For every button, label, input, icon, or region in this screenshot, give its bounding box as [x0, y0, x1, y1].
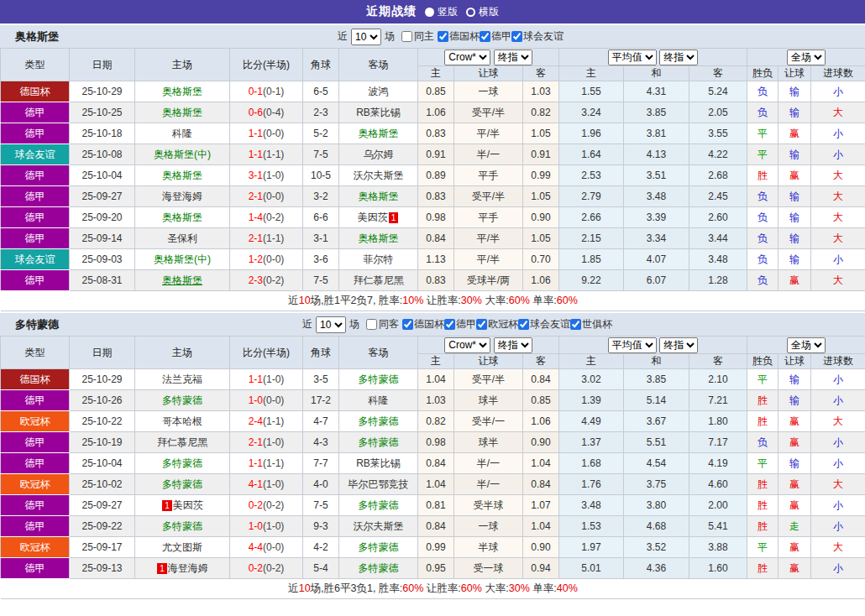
- half-score: (1-0): [263, 170, 284, 181]
- goals-result: 大: [811, 186, 865, 207]
- half-score: (1-1): [263, 232, 284, 244]
- avg-draw: 3.52: [624, 537, 689, 558]
- col-odds-away: 客: [523, 66, 559, 81]
- games-label: 场: [349, 317, 359, 331]
- handicap-line: 一球: [454, 516, 523, 537]
- away-team[interactable]: 奥格斯堡: [359, 232, 399, 244]
- league-filter[interactable]: 球会友谊: [511, 29, 564, 44]
- avg-away: 4.22: [689, 144, 747, 165]
- home-team[interactable]: 多特蒙德: [162, 520, 202, 532]
- away-team-cell: RB莱比锡: [339, 453, 418, 474]
- avg-home: 2.15: [559, 228, 624, 249]
- away-team[interactable]: 奥格斯堡: [359, 128, 399, 139]
- league-filter[interactable]: 欧冠杯: [476, 317, 518, 331]
- odds-away: 1.05: [523, 186, 559, 207]
- col-corner: 角球: [303, 337, 339, 369]
- avg-away: 3.44: [689, 228, 747, 249]
- result: 负: [747, 81, 778, 102]
- match-date: 25-08-31: [70, 270, 135, 291]
- away-team-cell: 乌尔姆: [339, 144, 418, 165]
- table-row: 球会友谊25-09-03奥格斯堡(中)1-2(0-0)3-6菲尔特1.13平/半…: [1, 249, 865, 270]
- league-filter[interactable]: 德国杯: [402, 317, 444, 331]
- odds-provider-select[interactable]: Crow*: [444, 337, 490, 353]
- away-team[interactable]: 多特蒙德: [359, 373, 399, 385]
- home-team[interactable]: 多特蒙德: [162, 394, 202, 406]
- avg-draw: 3.34: [624, 228, 689, 249]
- scope-select[interactable]: 全场: [787, 50, 826, 65]
- full-score: 1-1: [249, 373, 263, 385]
- scope-group-header: 全场: [747, 49, 865, 66]
- away-team[interactable]: 奥格斯堡: [359, 191, 399, 202]
- away-team[interactable]: 多特蒙德: [359, 415, 399, 427]
- layout-option-horizontal[interactable]: 横版: [466, 5, 499, 19]
- league-checkbox[interactable]: [518, 319, 529, 330]
- league-filter[interactable]: 德甲: [444, 317, 476, 331]
- league-checkbox[interactable]: [570, 319, 581, 330]
- league-filter[interactable]: 德国杯: [438, 29, 480, 44]
- home-team: 科隆: [172, 128, 192, 139]
- avg-away: 3.88: [689, 537, 747, 558]
- filter-bar: 近 10 场 同客 德国杯德甲欧冠杯球会友谊世俱杯: [302, 313, 612, 336]
- league-checkbox[interactable]: [480, 31, 490, 42]
- radio-unselected-icon[interactable]: [466, 8, 475, 17]
- league-checkbox[interactable]: [444, 319, 455, 330]
- home-team[interactable]: 奥格斯堡: [162, 86, 202, 97]
- avg-draw: 3.80: [624, 495, 689, 516]
- match-date: 25-10-25: [70, 102, 135, 123]
- odds-provider-select[interactable]: Crow*: [444, 50, 490, 65]
- same-venue-checkbox[interactable]: [366, 319, 377, 330]
- avg-odds-select[interactable]: 平均值: [608, 50, 657, 65]
- league-filter[interactable]: 德甲: [480, 29, 511, 44]
- league-checkbox[interactable]: [402, 319, 413, 330]
- away-team[interactable]: 多特蒙德: [359, 562, 399, 574]
- final-odds-select-2[interactable]: 终指: [659, 337, 698, 353]
- match-date: 25-10-08: [70, 144, 135, 165]
- league-filter[interactable]: 世俱杯: [570, 317, 612, 331]
- odds-home: 0.81: [418, 495, 454, 516]
- handicap-result: 赢: [778, 123, 811, 144]
- radio-selected-icon[interactable]: [425, 8, 434, 17]
- league-filters: 德国杯德甲球会友谊: [438, 29, 564, 44]
- final-odds-select-2[interactable]: 终指: [659, 50, 698, 65]
- match-date: 25-10-29: [70, 81, 135, 102]
- match-date: 25-10-04: [70, 453, 135, 474]
- result: 负: [747, 249, 778, 270]
- avg-odds-select[interactable]: 平均值: [608, 337, 657, 353]
- league-checkbox[interactable]: [511, 31, 522, 42]
- same-venue-checkbox[interactable]: [401, 31, 412, 42]
- final-odds-select[interactable]: 终指: [494, 50, 532, 65]
- match-count-select[interactable]: 10: [351, 29, 381, 45]
- section-dortmund: 多特蒙德 近 10 场 同客 德国杯德甲欧冠杯球会友谊世俱杯 类型 日期 主场: [0, 311, 865, 599]
- home-team[interactable]: 多特蒙德: [162, 457, 202, 469]
- match-type: 欧冠杯: [1, 537, 70, 558]
- corner-score: 6-6: [303, 207, 339, 228]
- home-team-cell: 多特蒙德: [135, 390, 230, 411]
- final-odds-select[interactable]: 终指: [494, 337, 532, 353]
- home-team[interactable]: 奥格斯堡(中): [154, 253, 211, 265]
- home-team[interactable]: 奥格斯堡(中): [154, 149, 211, 160]
- home-team[interactable]: 多特蒙德: [162, 478, 202, 490]
- league-filter[interactable]: 球会友谊: [518, 317, 570, 331]
- away-team[interactable]: 多特蒙德: [359, 436, 399, 448]
- same-venue-filter[interactable]: 同主: [398, 29, 434, 44]
- home-team[interactable]: 奥格斯堡: [162, 107, 202, 118]
- league-checkbox[interactable]: [476, 319, 487, 330]
- league-checkbox[interactable]: [438, 31, 448, 42]
- home-team[interactable]: 奥格斯堡: [162, 170, 202, 181]
- away-team[interactable]: 多特蒙德: [359, 541, 399, 553]
- home-team[interactable]: 奥格斯堡: [162, 211, 202, 223]
- handicap-result: 赢: [778, 558, 811, 579]
- avg-home: 1.53: [559, 516, 624, 537]
- home-team[interactable]: 奥格斯堡: [162, 274, 202, 286]
- table-row: 欧冠杯25-09-17尤文图斯4-4(0-0)4-2多特蒙德0.99半球0.90…: [1, 537, 865, 558]
- same-venue-filter[interactable]: 同客: [363, 317, 399, 331]
- avg-home: 9.22: [559, 270, 624, 291]
- scope-select[interactable]: 全场: [787, 337, 826, 353]
- match-date: 25-10-02: [70, 474, 135, 495]
- summary-part: 10%: [402, 295, 423, 306]
- match-count-select[interactable]: 10: [316, 316, 346, 333]
- match-type: 球会友谊: [1, 144, 70, 165]
- summary-part: 40%: [557, 582, 578, 594]
- layout-option-vertical[interactable]: 竖版: [425, 5, 458, 19]
- away-team[interactable]: 多特蒙德: [359, 499, 399, 511]
